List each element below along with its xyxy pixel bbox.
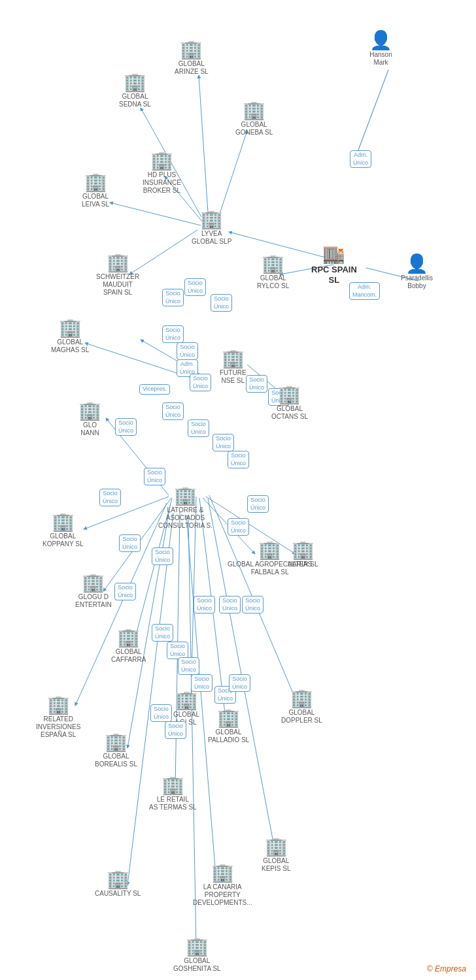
node-label: GLOBAL LEIVA SL — [82, 193, 109, 208]
node-global-kepis[interactable]: 🏢 GLOBAL KEPIS SL — [262, 838, 290, 873]
node-label: LE RETAIL AS TERMAS SL — [149, 796, 197, 811]
building-icon: 🏢 — [47, 696, 70, 714]
node-label: GLOBAL KEPIS SL — [262, 857, 290, 873]
node-label: GLO NANN — [80, 421, 99, 437]
node-label: GLOGU D ENTERTAIN — [75, 593, 112, 609]
node-psaradellis[interactable]: 👤 Psaradellis Bobby — [401, 255, 433, 290]
svg-line-4 — [199, 75, 208, 212]
node-label: CAUSALITY SL — [95, 890, 141, 898]
node-glo-nann[interactable]: 🏢 GLO NANN — [78, 402, 101, 437]
building-icon: 🏢 — [258, 541, 281, 559]
svg-line-8 — [110, 203, 201, 225]
badge-socio-unico-lat2[interactable]: SocioÚnico — [228, 518, 249, 536]
connection-lines — [0, 0, 476, 980]
node-global-arinze[interactable]: 🏢 GLOBAL ARINZE SL — [175, 41, 209, 76]
badge-socio-unico-12[interactable]: SocioÚnico — [144, 468, 165, 485]
badge-socio-unico-fnse1[interactable]: SocioÚnico — [246, 375, 267, 393]
node-schweitzer[interactable]: 🏢 SCHWEITZER MAUDUIT SPAIN SL — [96, 253, 139, 297]
node-label: GLOBAL RYLCO SL — [257, 274, 289, 290]
badge-socio-unico-lat1[interactable]: SocioÚnico — [247, 495, 269, 513]
node-hd-plus[interactable]: 🏢 HD PLUS INSURANCE BROKER SL — [143, 152, 181, 195]
badge-socio-unico-4[interactable]: SocioÚnico — [162, 325, 184, 343]
node-label: GLOBAL SEDNA SL — [119, 93, 151, 108]
node-global-doppler[interactable]: 🏢 GLOBAL DOPPLER SL — [281, 689, 322, 725]
badge-socio-unico-c6[interactable]: SocioÚnico — [229, 674, 250, 692]
node-future-nse[interactable]: 🏢 FUTURE NSE SL — [220, 350, 246, 385]
building-icon: 🏢 — [117, 629, 140, 647]
person-icon: 👤 — [369, 31, 392, 50]
badge-socio-unico-c1[interactable]: SocioÚnico — [152, 624, 173, 642]
svg-line-15 — [128, 513, 173, 885]
node-label: SCHWEITZER MAUDUIT SPAIN SL — [96, 273, 139, 297]
node-label: LA CANARIA PROPERTY DEVELOPMENTS... — [193, 883, 252, 907]
node-label: Hanson Mark — [369, 51, 392, 67]
badge-vicepres[interactable]: Vicepres. — [139, 384, 170, 395]
node-label: Psaradellis Bobby — [401, 274, 433, 290]
badge-adm-mancom[interactable]: Adm.Mancom. — [349, 282, 380, 300]
node-causality[interactable]: 🏢 CAUSALITY SL — [95, 870, 141, 898]
node-label: HD PLUS INSURANCE BROKER SL — [143, 171, 181, 195]
badge-socio-unico-inv2[interactable]: SocioÚnico — [165, 721, 186, 739]
badge-socio-unico-9[interactable]: SocioÚnico — [188, 419, 209, 437]
node-latorre[interactable]: 🏢 LATORRE & ASOCIADOS CONSULTORIA S. — [158, 487, 212, 530]
badge-socio-unico-8[interactable]: SocioÚnico — [115, 418, 137, 436]
node-global-palladio[interactable]: 🏢 GLOBAL PALLADIO SL — [208, 709, 249, 744]
node-label: GLOBAL OCTANS SL — [271, 405, 308, 421]
badge-socio-unico-1[interactable]: SocioÚnico — [162, 289, 184, 306]
node-global-goneba[interactable]: 🏢 GLOBAL GONEBA SL — [235, 101, 273, 137]
building-icon: 🏢 — [105, 733, 128, 751]
node-global-leiva[interactable]: 🏢 GLOBAL LEIVA SL — [82, 173, 109, 208]
node-lyvea-global[interactable]: 🏢 LYVEA GLOBAL SLP — [192, 210, 231, 246]
badge-socio-unico-5[interactable]: SocioÚnico — [177, 342, 198, 360]
building-icon: 🏢 — [174, 487, 197, 505]
node-global-borealis[interactable]: 🏢 GLOBAL BOREALIS SL — [95, 733, 137, 768]
badge-socio-unico-left1[interactable]: SocioÚnico — [119, 534, 141, 552]
building-icon: 🏢 — [217, 709, 240, 727]
badge-socio-unico-r2[interactable]: SocioÚnico — [219, 596, 241, 613]
node-label: RELATED INVERSIONES ESPAÑA SL — [36, 715, 80, 739]
badge-socio-unico-3[interactable]: SocioÚnico — [211, 294, 232, 312]
badge-adm-unico-1[interactable]: Adm.Único — [350, 150, 371, 168]
node-le-retail[interactable]: 🏢 LE RETAIL AS TERMAS SL — [149, 776, 197, 811]
badge-socio-unico-r1[interactable]: SocioÚnico — [194, 596, 215, 613]
building-icon: 🏢 — [175, 691, 198, 710]
badge-socio-unico-inv1[interactable]: SocioÚnico — [150, 704, 172, 722]
node-label: GLOBAL PALLADIO SL — [208, 728, 249, 744]
svg-line-12 — [84, 497, 169, 529]
badge-socio-unico-c3[interactable]: SocioÚnico — [178, 657, 199, 675]
node-label: FUTURE NSE SL — [220, 369, 246, 385]
badge-socio-unico-r3[interactable]: SocioÚnico — [242, 596, 264, 613]
badge-socio-unico-10[interactable]: SocioÚnico — [212, 434, 234, 451]
node-rpc-spain[interactable]: 🏬 RPC SPAIN SL — [311, 245, 357, 285]
node-global-rylco[interactable]: 🏢 GLOBAL RYLCO SL — [257, 255, 289, 290]
node-global-goshenita[interactable]: 🏢 GLOBAL GOSHENITA SL — [173, 938, 221, 973]
node-la-canaria[interactable]: 🏢 LA CANARIA PROPERTY DEVELOPMENTS... — [193, 864, 252, 907]
badge-socio-unico-13[interactable]: SocioÚnico — [99, 489, 121, 506]
copyright-text: © Empresa — [427, 964, 466, 973]
node-global-maghas[interactable]: 🏢 GLOBAL MAGHAS SL — [51, 319, 89, 354]
node-global-koppany[interactable]: 🏢 GLOBAL KOPPANY SL — [42, 513, 83, 548]
badge-socio-unico-gg[interactable]: SocioÚnico — [114, 583, 136, 600]
building-icon: 🏢 — [222, 350, 245, 368]
building-icon: 🏢 — [162, 776, 184, 794]
badge-socio-unico-11[interactable]: SocioÚnico — [228, 451, 249, 468]
badge-socio-unico-left2[interactable]: SocioÚnico — [152, 547, 173, 565]
building-icon: 🏢 — [292, 541, 314, 559]
building-icon: 🏢 — [150, 152, 173, 170]
node-hanson-mark[interactable]: 👤 Hanson Mark — [369, 31, 392, 67]
badge-socio-unico-2[interactable]: SocioÚnico — [184, 278, 206, 296]
node-label: GLOBAL BOREALIS SL — [95, 753, 137, 768]
node-glo-gud[interactable]: 🏢 GLOGU D ENTERTAIN — [75, 574, 112, 609]
node-label: GLOBAL MAGHAS SL — [51, 338, 89, 354]
building-icon: 🏢 — [59, 319, 82, 337]
node-related-inversiones[interactable]: 🏢 RELATED INVERSIONES ESPAÑA SL — [36, 696, 80, 739]
badge-socio-unico-6[interactable]: SocioÚnico — [190, 374, 211, 391]
node-alter-sl[interactable]: 🏢 ALTER SL — [288, 541, 318, 568]
building-icon: 🏢 — [262, 255, 284, 273]
badge-socio-unico-7[interactable]: SocioÚnico — [162, 402, 184, 420]
node-global-octans[interactable]: 🏢 GLOBAL OCTANS SL — [271, 385, 308, 421]
node-label: GLOBAL KOPPANY SL — [42, 532, 83, 548]
node-global-caffarra[interactable]: 🏢 GLOBAL CAFFARRA — [111, 629, 146, 664]
node-global-sedna[interactable]: 🏢 GLOBAL SEDNA SL — [119, 73, 151, 108]
building-icon: 🏢 — [107, 253, 129, 272]
